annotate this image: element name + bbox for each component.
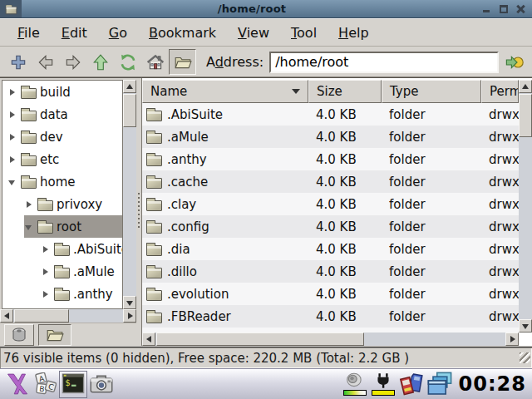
- taskbar-clock[interactable]: 00:28: [459, 372, 526, 396]
- folder-icon: [5, 7, 17, 14]
- volume-indicator[interactable]: [343, 372, 367, 396]
- up-icon: [91, 53, 110, 71]
- expander-icon[interactable]: [24, 222, 34, 232]
- resize-grip-icon[interactable]: [520, 352, 530, 363]
- list-horizontal-scrollbar[interactable]: [142, 332, 519, 346]
- forward-button[interactable]: [59, 49, 86, 75]
- directory-tree: build data dev etc home privoxy root .Ab…: [2, 80, 123, 309]
- scrollbar-thumb[interactable]: [519, 94, 532, 137]
- column-header-size[interactable]: Size: [308, 80, 382, 103]
- main-area: build data dev etc home privoxy root .Ab…: [0, 77, 532, 346]
- device-pane-button[interactable]: [4, 324, 34, 346]
- svg-text:B: B: [39, 385, 45, 394]
- tree-item-home[interactable]: home: [2, 170, 122, 193]
- file-row[interactable]: .anthy4.0 KBfolderdrwx: [142, 148, 519, 170]
- tree-item-amule[interactable]: .aMule: [2, 260, 122, 283]
- maximize-icon[interactable]: [499, 4, 509, 14]
- window-list-button[interactable]: [426, 371, 454, 398]
- tree-item-build[interactable]: build: [2, 81, 122, 103]
- expander-icon[interactable]: [41, 289, 51, 299]
- scroll-up-button[interactable]: [519, 80, 532, 93]
- expander-icon[interactable]: [41, 244, 51, 254]
- file-row[interactable]: .AbiSuite4.0 KBfolderdrwx: [142, 103, 519, 126]
- scroll-right-button[interactable]: [505, 332, 519, 346]
- up-button[interactable]: [86, 49, 114, 75]
- column-header-type[interactable]: Type: [382, 80, 481, 103]
- back-button[interactable]: [32, 49, 59, 75]
- menu-bookmark[interactable]: Bookmark: [138, 21, 227, 45]
- file-row[interactable]: .config4.0 KBfolderdrwx: [142, 215, 519, 238]
- refresh-button[interactable]: [114, 49, 141, 75]
- expander-icon[interactable]: [24, 200, 34, 209]
- close-icon[interactable]: [515, 4, 525, 14]
- tree-horizontal-scrollbar[interactable]: [0, 309, 136, 323]
- scrollbar-thumb[interactable]: [156, 332, 364, 346]
- tree-item-root[interactable]: root: [2, 215, 122, 238]
- memory-card-indicator[interactable]: [397, 371, 426, 398]
- home-button[interactable]: [141, 49, 169, 75]
- menu-help[interactable]: Help: [328, 21, 379, 45]
- tree-item-data[interactable]: data: [2, 103, 122, 126]
- volume-icon: [346, 372, 364, 389]
- folder-icon: [54, 245, 70, 256]
- input-method-launcher[interactable]: A B C: [31, 371, 59, 398]
- folder-icon: [146, 290, 162, 301]
- statusbar: 76 visible items (0 hidden), Free space:…: [0, 347, 532, 368]
- side-pane-toggle-button[interactable]: [169, 49, 196, 75]
- file-row[interactable]: .FBReader4.0 KBfolderdrwx: [142, 305, 519, 328]
- file-row[interactable]: .clay4.0 KBfolderdrwx: [142, 193, 519, 215]
- tree-item-anthy[interactable]: .anthy: [2, 283, 122, 305]
- screenshot-launcher[interactable]: [87, 371, 116, 398]
- terminal-launcher[interactable]: $: [59, 371, 87, 398]
- scroll-left-button[interactable]: [142, 332, 155, 346]
- window-titlebar[interactable]: /home/root: [0, 0, 532, 18]
- scroll-up-button[interactable]: [123, 80, 136, 93]
- expander-icon[interactable]: [7, 87, 17, 97]
- new-tab-button[interactable]: [4, 49, 32, 75]
- address-input[interactable]: [269, 52, 499, 73]
- x11-launcher[interactable]: [2, 371, 31, 398]
- tree-item-privoxy[interactable]: privoxy: [2, 193, 122, 215]
- minimize-icon[interactable]: [482, 4, 492, 14]
- column-header-perm[interactable]: Perm: [481, 80, 519, 103]
- scrollbar-thumb[interactable]: [123, 94, 136, 127]
- folder-icon: [21, 178, 37, 189]
- menu-edit[interactable]: Edit: [51, 21, 98, 45]
- file-row[interactable]: .dia4.0 KBfolderdrwx: [142, 238, 519, 260]
- expander-icon[interactable]: [7, 155, 17, 165]
- tree-item-abisuite[interactable]: .AbiSuite: [2, 238, 122, 260]
- expander-icon[interactable]: [41, 267, 51, 277]
- list-vertical-scrollbar[interactable]: [519, 80, 532, 332]
- window-controls: [482, 4, 525, 14]
- tree-item-dev[interactable]: dev: [2, 126, 122, 148]
- expander-icon[interactable]: [7, 132, 17, 142]
- menu-view[interactable]: View: [227, 21, 280, 45]
- window-menu-button[interactable]: [0, 0, 22, 17]
- folder-icon: [146, 313, 162, 323]
- menu-tool[interactable]: Tool: [280, 21, 328, 45]
- power-icon: [373, 372, 393, 389]
- scroll-down-button[interactable]: [123, 296, 136, 309]
- file-row[interactable]: .aMule4.0 KBfolderdrwx: [142, 126, 519, 148]
- menu-file[interactable]: File: [7, 21, 51, 45]
- file-row[interactable]: .dillo4.0 KBfolderdrwx: [142, 260, 519, 283]
- directory-tree-button[interactable]: [38, 324, 71, 346]
- folder-icon: [37, 223, 53, 234]
- tree-item-etc[interactable]: etc: [2, 148, 122, 170]
- scroll-down-button[interactable]: [519, 319, 532, 332]
- expander-icon[interactable]: [7, 110, 17, 120]
- column-header-name[interactable]: Name: [142, 80, 308, 103]
- scroll-right-button[interactable]: [123, 309, 136, 323]
- expander-icon[interactable]: [7, 177, 17, 187]
- menu-go[interactable]: Go: [98, 21, 138, 45]
- go-button[interactable]: [501, 49, 528, 75]
- file-row[interactable]: .evolution4.0 KBfolderdrwx: [142, 283, 519, 305]
- file-row[interactable]: .cache4.0 KBfolderdrwx: [142, 170, 519, 193]
- refresh-icon: [119, 53, 137, 71]
- power-indicator[interactable]: [372, 372, 395, 396]
- home-icon: [146, 53, 165, 71]
- scrollbar-thumb[interactable]: [14, 309, 69, 323]
- tree-vertical-scrollbar[interactable]: [123, 80, 136, 309]
- scroll-left-button[interactable]: [0, 309, 13, 323]
- directory-tree-icon: [46, 326, 64, 344]
